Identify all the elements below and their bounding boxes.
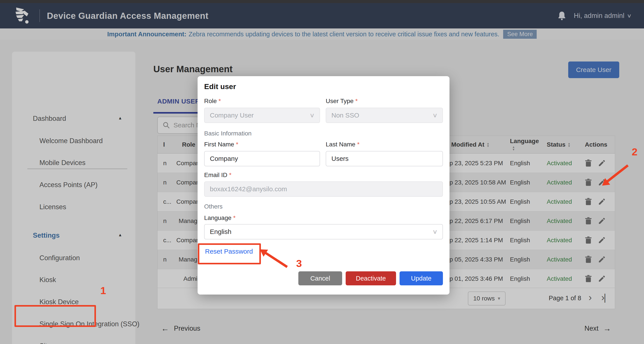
- required-asterisk: *: [357, 141, 360, 148]
- annotation-box-user-management: [14, 305, 96, 327]
- required-asterisk: *: [229, 172, 232, 178]
- last-name-field[interactable]: Users: [326, 151, 443, 166]
- modal-title: Edit user: [204, 82, 236, 91]
- role-select[interactable]: Company User ∨: [204, 108, 320, 123]
- language-select[interactable]: English ∨: [204, 224, 443, 239]
- user-type-label: User Type*: [326, 98, 358, 105]
- others-section-label: Others: [204, 203, 222, 210]
- required-asterisk: *: [355, 98, 358, 104]
- chevron-down-icon: ∨: [432, 228, 438, 235]
- required-asterisk: *: [236, 141, 238, 148]
- email-id-label: Email ID*: [204, 172, 232, 179]
- last-name-label: Last Name*: [326, 141, 360, 148]
- email-id-field: boxax16242@anysilo.com: [204, 181, 443, 197]
- update-button[interactable]: Update: [400, 271, 443, 285]
- first-name-label: First Name*: [204, 141, 238, 148]
- chevron-down-icon: ∨: [432, 112, 438, 119]
- language-label: Language*: [204, 214, 236, 221]
- chevron-down-icon: ∨: [310, 112, 315, 119]
- cancel-button[interactable]: Cancel: [298, 271, 342, 285]
- required-asterisk: *: [218, 98, 221, 104]
- basic-information-section-label: Basic Information: [204, 130, 252, 137]
- annotation-number-2: 2: [632, 146, 638, 158]
- annotation-number-3: 3: [296, 257, 302, 269]
- deactivate-button[interactable]: Deactivate: [346, 271, 396, 285]
- annotation-box-reset-password: [198, 243, 261, 264]
- first-name-field[interactable]: Company: [204, 151, 320, 166]
- annotation-number-1: 1: [100, 285, 106, 297]
- user-type-select[interactable]: Non SSO ∨: [326, 108, 443, 123]
- role-label: Role*: [204, 98, 221, 105]
- required-asterisk: *: [233, 214, 236, 221]
